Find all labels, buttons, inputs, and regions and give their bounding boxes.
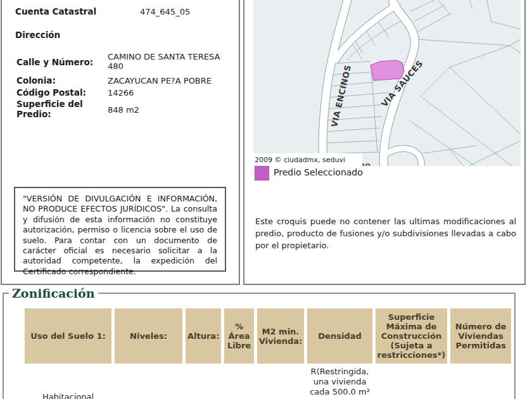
property-info-panel: Cuenta Catastral 474_645_05 Dirección Ca… — [1, 0, 240, 285]
header-altura: Altura: — [186, 308, 221, 364]
cell-area-libre: 60 — [224, 367, 253, 399]
header-densidad: Densidad — [307, 308, 372, 364]
header-niveles: Niveles: — [115, 308, 182, 364]
cell-densidad: R(Restringida, una vivienda cada 500.0 m… — [307, 367, 372, 399]
colonia-value: ZACAYUCAN PE?A POBRE — [108, 76, 234, 86]
cell-superficie-maxima: 1018 — [376, 367, 447, 399]
cell-altura: -*- — [186, 367, 221, 399]
zonificacion-title: Zonificación — [9, 286, 98, 300]
superficie-predio-value: 848 m2 — [108, 105, 139, 115]
zonificacion-section: Zonificación Uso del Suelo 1: Niveles: A… — [3, 286, 516, 399]
zonificacion-header-row: Uso del Suelo 1: Niveles: Altura: % Área… — [25, 308, 511, 364]
header-area-libre: % Área Libre — [224, 308, 253, 364]
legal-disclaimer-box: "VERSIÓN DE DIVULGACIÓN E INFORMACIÓN, N… — [14, 187, 226, 272]
croquis-note: Este croquis puede no contener las ultim… — [255, 215, 516, 251]
map-copyright: 2009 © ciudadmx, seduvi — [255, 156, 345, 164]
calle-numero-value: CAMINO DE SANTA TERESA 480 — [108, 52, 233, 71]
colonia-label: Colonia: — [16, 75, 56, 86]
cell-m2-min: 0 — [257, 367, 305, 399]
map-legend: Predio Seleccionado — [255, 165, 445, 180]
seduvi-cadastral-page: Cuenta Catastral 474_645_05 Dirección Ca… — [0, 0, 532, 399]
cuenta-catastral-label: Cuenta Catastral — [15, 6, 96, 16]
cadastral-map-canvas: VIA ENCINOS VIA SAUCES ARBO 2009 © ciuda… — [253, 0, 521, 166]
header-viviendas-permitidas: Número de Viviendas Permitidas — [450, 308, 511, 364]
cuenta-catastral-value: 474_645_05 — [140, 7, 190, 16]
calle-numero-label: Calle y Número: — [16, 57, 93, 67]
uso-value: Habitacional — [42, 392, 94, 399]
cell-viviendas: 0 — [450, 367, 511, 399]
zonificacion-data-row: Habitacional Ver Tabla de Uso 3 -*- 60 0… — [25, 367, 511, 399]
codigo-postal-value: 14266 — [108, 88, 134, 98]
header-m2-min-vivienda: M2 min. Vivienda: — [257, 308, 305, 364]
densidad-text: R(Restringida, una vivienda cada 500.0 m… — [310, 367, 370, 399]
header-uso-del-suelo: Uso del Suelo 1: — [25, 308, 111, 364]
header-superficie-maxima: Superficie Máxima de Construcción (Sujet… — [376, 308, 447, 364]
codigo-postal-label: Código Postal: — [16, 87, 86, 98]
selected-parcel-label: Predio Seleccionado — [274, 167, 363, 177]
cell-uso: Habitacional Ver Tabla de Uso — [25, 367, 111, 399]
superficie-predio-label: Superficie del Predio: — [16, 99, 92, 119]
zonificacion-table: Uso del Suelo 1: Niveles: Altura: % Área… — [22, 305, 514, 399]
cadastral-map[interactable]: VIA ENCINOS VIA SAUCES ARBO 2009 © ciuda… — [253, 0, 521, 166]
selected-parcel-swatch — [255, 166, 269, 180]
selected-parcel-highlight[interactable] — [370, 60, 404, 80]
cell-niveles: 3 — [115, 367, 182, 399]
direccion-heading: Dirección — [15, 30, 60, 40]
